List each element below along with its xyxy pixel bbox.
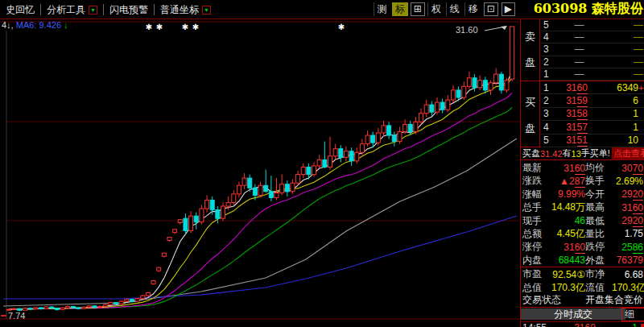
market-snapshot: 最新3160均价3070涨跌▲287换手2.69%涨幅9.99%今开2920总手… [521,160,644,267]
stat-value: 9.99% [546,188,585,200]
price-labels: 31.607.74 [1,25,507,321]
stat-label: 跌停 [585,240,612,254]
buy-volume: 10 [601,135,638,146]
sell-row[interactable]: 1—— [541,68,644,81]
buy-volume-change: +6303 [638,83,644,93]
toolbar-button-3[interactable]: 权 [427,2,444,16]
sell-level: 4 [543,31,552,43]
kline-chart[interactable]: ✱✱✱✱✱31.607.74 [0,19,520,327]
tape-volume: 1 [615,322,638,327]
stat-label: 外盘 [585,254,612,267]
buy-order-notice: 买盘31.42有13手买单! 点击查看 [521,147,644,160]
buy-volume: 1 [601,108,638,119]
stat-label: 现手 [522,214,546,228]
toolbar-button-4[interactable]: 线 [446,2,463,16]
sell-row[interactable]: 3—— [541,43,644,56]
stat-value: 68443 [546,255,585,266]
buy-volume: 1 [601,122,638,133]
candlestick-series [7,27,514,312]
sell-row[interactable]: 4—— [541,31,644,43]
toolbar-button-7[interactable]: ▶ [502,2,515,16]
ma-longest-blue [3,216,517,299]
sell-level: 3 [543,43,552,55]
buy-level: 2 [543,95,552,106]
buy-price: 3159 [552,95,601,106]
stat-row: 内盘68443外盘76379 [521,254,644,267]
sell-volume: — [606,43,643,55]
click-to-view-button[interactable]: 点击查看 [612,147,644,160]
stat-value: 14.48万 [546,201,585,214]
menu-item-flash-alert[interactable]: 闪电预警 [104,1,154,19]
tape-price: 3160 [555,322,615,327]
sell-volume: — [606,19,643,31]
menu-item-normal-coordinates[interactable]: 普通坐标▼ [155,1,217,19]
toolbar-button-5[interactable]: 移 [464,2,481,16]
tab-intraday-trades[interactable]: 分时成交 [521,308,625,320]
stat-row: 涨跌▲287换手2.69% [521,174,644,187]
menu-item-label: 分析工具 [47,4,85,15]
menu-items: 史回忆 分析工具▼ 闪电预警 普通坐标▼ [0,0,217,19]
stat-label: 总额 [522,227,546,241]
stat-label: 均价 [585,161,612,175]
buy-price: 3158 [552,108,601,119]
pan-char: 盘 [525,122,535,136]
stat-value: 3070 [612,163,643,174]
tape-row[interactable]: 14:55 3160 1 [521,321,644,327]
stat-value: 1.75 [612,228,643,239]
menu-item-analysis-tools[interactable]: 分析工具▼ [41,1,103,19]
stat-label: 市盈 [522,267,546,281]
pan-char: 盘 [525,56,535,70]
stat-value: 4.45亿 [546,227,585,241]
chart-toolbar: 测标⊞权线移⊡▶ [373,2,517,17]
buy-order-book: 买 盘 131606349+63032315963315814315715315… [521,81,644,147]
tape-time: 14:55 [522,322,555,327]
sell-row[interactable]: 5—— [541,19,644,31]
toolbar-button-1[interactable]: 标 [392,2,408,16]
buy-price: 3157 [552,122,601,133]
stat-value: 170.3亿 [612,281,644,295]
notice-text: 买盘 [522,147,540,159]
stat-value: 46 [546,215,585,226]
tab-detail[interactable]: 细 [621,308,644,321]
stat-label: 量比 [585,227,612,241]
sell-char: 卖 [525,30,535,44]
sell-row[interactable]: 2—— [541,56,644,68]
toolbar-button-6[interactable]: ⊡ [484,2,498,16]
stat-label: 最低 [585,214,612,228]
sell-volume: — [606,31,643,43]
notice-text: 手买单! [581,147,610,159]
stat-label: 内盘 [522,254,546,267]
buy-row[interactable]: 131606349+6303 [541,81,644,94]
stat-value: ▲287 [546,176,585,187]
stat-value: 76379 [612,255,643,266]
dropdown-arrow-icon[interactable]: ▼ [202,6,211,14]
toolbar-button-2[interactable]: ⊞ [411,2,425,16]
menu-item-history-recall[interactable]: 史回忆 [0,1,40,19]
dropdown-arrow-icon[interactable]: ▼ [89,6,97,14]
sell-price: — [552,31,606,43]
ma6-value: MA6: 9.426 [16,20,61,30]
chart-gridlines [0,22,519,319]
toolbar-button-0[interactable]: 测 [374,2,390,16]
down-arrow-icon: ↓ [64,20,68,30]
buy-level: 3 [543,108,552,119]
stat-row: 涨幅9.99%今开2920 [521,188,644,201]
menu-bar: 史回忆 分析工具▼ 闪电预警 普通坐标▼ 测标⊞权线移⊡▶ 603098 森特股… [0,0,644,19]
stat-row: 总额4.45亿量比1.75 [521,227,644,240]
star-icon: ✱ [182,23,188,31]
buy-level: 5 [543,135,552,146]
stat-row: 现手46最低2920 [521,214,644,227]
stat-label: 涨停 [522,240,546,254]
ma-indicator-readout: 4↓, MA6: 9.426 ↓ [2,20,68,30]
stat-value: 170.3亿 [546,281,585,295]
tape-icon [641,324,644,327]
trading-status-value: 开盘集合竞价 [585,293,643,307]
buy-row[interactable]: 231596 [541,94,644,107]
sell-level: 2 [543,56,552,68]
buy-row[interactable]: 5315110 [541,135,644,147]
buy-row[interactable]: 431571 [541,121,644,134]
ma-long-gray [3,139,517,306]
stat-value: 3160 [546,242,585,253]
buy-volume: 6349 [601,82,638,93]
buy-row[interactable]: 331581 [541,108,644,121]
